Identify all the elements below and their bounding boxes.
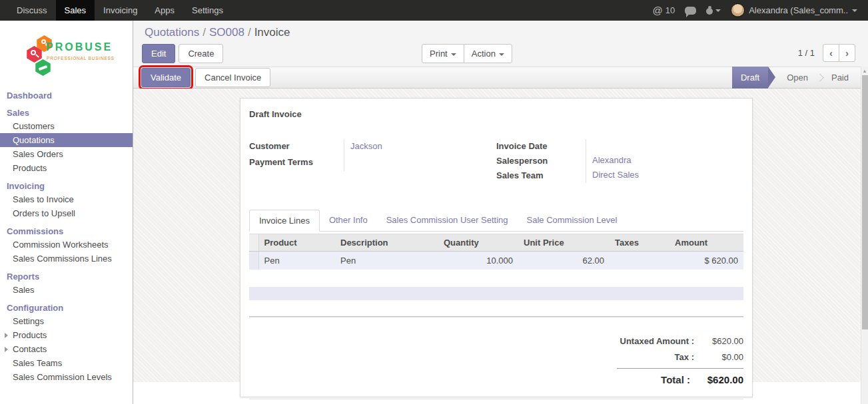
breadcrumb-so008[interactable]: SO008 [209,26,244,39]
statusbar: Validate Cancel Invoice Draft Open Paid [133,67,868,89]
cancel-invoice-button[interactable]: Cancel Invoice [195,68,270,87]
sidebar-heading-dashboard: Dashboard [0,89,133,102]
chevron-right-icon [5,333,8,338]
user-menu[interactable]: Alexandra (Sales_comm.. [731,3,857,17]
invoice-state-title: Draft Invoice [249,109,743,119]
pager-previous-button[interactable]: ‹ [823,44,839,62]
status-step-open: Open [776,67,819,89]
scroll-up-icon[interactable]: ▲ [861,67,868,75]
company-logo[interactable]: PROBUSE PROFESSIONAL BUSINESS [0,27,133,85]
menu-settings[interactable]: Settings [183,0,232,21]
tab-sales-commission-user-setting[interactable]: Sales Commission User Setting [377,210,518,231]
tax-value: $0.00 [694,352,743,362]
col-taxes: Taxes [610,234,669,252]
tab-invoice-lines[interactable]: Invoice Lines [249,210,320,232]
chevron-right-icon [5,347,8,352]
salesperson-value[interactable]: Alexandra [586,154,719,168]
pager: 1 / 1 ‹ › [798,44,855,62]
cell-product: Pen [258,252,335,270]
mentions-counter[interactable]: @ 10 [652,5,675,16]
col-product: Product [258,234,335,252]
bug-icon [706,6,713,15]
menu-sales[interactable]: Sales [56,0,95,21]
sidebar-heading-invoicing: Invoicing [0,180,133,192]
sidebar-item-sales-teams[interactable]: Sales Teams [0,356,133,370]
total-value: $620.00 [690,374,743,385]
sidebar-item-sales-commission-levels[interactable]: Sales Commission Levels [0,370,133,384]
sidebar-heading-reports: Reports [0,270,133,283]
payment-terms-value [344,155,472,171]
status-step-paid: Paid [821,67,859,89]
invoice-lines-table: Product Description Quantity Unit Price … [249,234,743,270]
sidebar-heading-commissions: Commissions [0,225,133,238]
col-unit-price: Unit Price [518,234,610,252]
pager-next-button[interactable]: › [839,44,855,62]
messages-icon[interactable] [685,7,696,15]
breadcrumb-quotations[interactable]: Quotations [145,26,199,39]
sidebar-item-settings[interactable]: Settings [0,314,133,328]
empty-line-row [249,287,743,300]
debug-menu[interactable] [706,6,721,15]
chevron-down-icon [499,53,504,56]
sidebar-item-reports-sales[interactable]: Sales [0,283,133,297]
avatar [731,3,745,17]
mention-count: 10 [665,5,675,15]
pager-text: 1 / 1 [798,48,815,58]
edit-button[interactable]: Edit [142,44,175,63]
breadcrumb-separator: / [199,26,209,39]
sidebar-item-label: Products [13,330,47,340]
invoice-date-label: Invoice Date [496,139,586,154]
sidebar-item-sales-to-invoice[interactable]: Sales to Invoice [0,192,133,206]
control-panel: Quotations/SO008/Invoice Edit Create Pri… [133,21,868,67]
col-description: Description [335,234,438,252]
notebook-tabs: Invoice Lines Other Info Sales Commissio… [249,210,743,232]
sidebar-item-commission-worksheets[interactable]: Commission Worksheets [0,238,133,252]
breadcrumb-separator: / [244,26,254,39]
print-dropdown-button[interactable]: Print [422,44,464,63]
sidebar-item-sales-orders[interactable]: Sales Orders [0,147,133,161]
validate-button[interactable]: Validate [141,68,191,87]
untaxed-amount-value: $620.00 [694,336,743,346]
sidebar-item-orders-to-upsell[interactable]: Orders to Upsell [0,206,133,220]
action-dropdown-button[interactable]: Action [464,44,512,63]
print-label: Print [430,49,448,59]
tools-hexagon-icon [35,59,51,76]
chevron-down-icon [852,9,857,12]
sidebar-item-config-contacts[interactable]: Contacts [0,342,133,356]
breadcrumb: Quotations/SO008/Invoice [145,26,290,39]
sidebar-heading-configuration: Configuration [0,302,133,314]
total-separator [617,368,743,369]
menu-invoicing[interactable]: Invoicing [95,0,146,21]
table-row[interactable]: Pen Pen 10.000 62.00 $ 620.00 [249,252,743,270]
vertical-scrollbar[interactable]: ▲ [861,67,868,404]
status-steps: Draft Open Paid [732,67,859,89]
sidebar: PROBUSE PROFESSIONAL BUSINESS Dashboard … [0,21,133,404]
cell-amount: $ 620.00 [669,252,743,270]
logo-title: PROBUSE [46,41,113,53]
sheet-bottom-divider [249,399,743,399]
sidebar-item-products[interactable]: Products [0,161,133,175]
cell-taxes [610,252,669,270]
sidebar-nav: Dashboard Sales Customers Quotations Sal… [0,89,133,384]
sales-team-value[interactable]: Direct Sales [586,168,719,183]
menu-apps[interactable]: Apps [146,0,183,21]
field-group-right: Invoice Date Salesperson Alexandra Sales… [496,139,743,187]
create-button[interactable]: Create [179,44,223,63]
customer-value[interactable]: Jackson [344,139,472,155]
sidebar-item-config-products[interactable]: Products [0,328,133,342]
status-step-draft: Draft [732,67,768,89]
main-content: Quotations/SO008/Invoice Edit Create Pri… [133,21,868,404]
scrollbar-thumb[interactable] [862,75,868,329]
tab-sale-commission-level[interactable]: Sale Commission Level [518,210,627,231]
tax-label: Tax : [617,352,694,362]
total-label: Total : [617,374,690,385]
tab-other-info[interactable]: Other Info [320,210,377,231]
sidebar-item-sales-commissions-lines[interactable]: Sales Commissions Lines [0,252,133,266]
sidebar-item-quotations[interactable]: Quotations [0,133,133,147]
menu-discuss[interactable]: Discuss [8,0,56,21]
section-divider [249,316,743,317]
user-name: Alexandra (Sales_comm.. [749,5,848,15]
sidebar-item-customers[interactable]: Customers [0,119,133,133]
top-navbar: Discuss Sales Invoicing Apps Settings @ … [0,0,868,21]
sales-team-label: Sales Team [496,168,586,183]
